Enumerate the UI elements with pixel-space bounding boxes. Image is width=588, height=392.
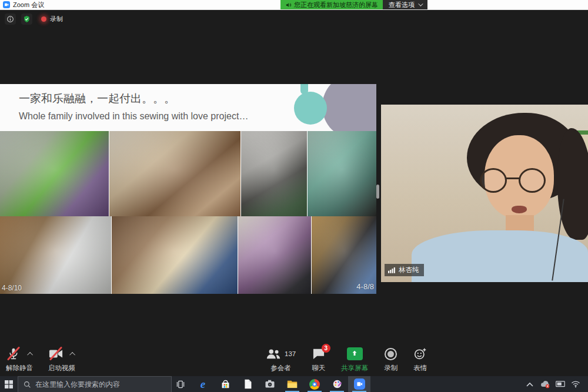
taskbar-app-store[interactable] [214, 376, 236, 392]
glasses-right-lens [519, 168, 546, 193]
speaker-icon [285, 2, 292, 8]
photo-watermark-left: 4-8/10 [2, 284, 22, 292]
chrome-icon [309, 379, 320, 390]
security-shield-button[interactable] [21, 14, 32, 25]
window-title: Zoom 会议 [13, 1, 44, 9]
chat-unread-badge: 3 [322, 344, 330, 353]
participant-video-tile: 林杏纯 [381, 105, 588, 282]
audio-level-icon [388, 267, 396, 273]
glasses-bridge [506, 177, 520, 179]
collage-photo-7 [238, 216, 312, 294]
camera-app-icon [265, 380, 275, 388]
panel-resize-handle[interactable] [376, 185, 379, 199]
chat-label: 聊天 [312, 364, 325, 373]
recording-dot-icon [41, 16, 46, 22]
start-button[interactable] [0, 376, 18, 392]
edge-icon [201, 378, 205, 391]
participants-button[interactable]: 137 参会者 [266, 346, 296, 373]
store-icon [220, 379, 230, 389]
unmute-label: 解除静音 [6, 364, 33, 373]
camera-off-icon [48, 346, 64, 361]
collage-row-2 [0, 216, 376, 294]
participants-label: 参会者 [270, 364, 291, 373]
glasses-left-lens [480, 168, 507, 193]
photo-watermark-right: 4-8/8 [356, 282, 374, 291]
share-screen-label: 共享屏幕 [341, 364, 368, 373]
wifi-icon[interactable] [569, 380, 582, 388]
view-options-label: 查看选项 [389, 1, 415, 9]
reactions-button[interactable]: 表情 [413, 346, 427, 373]
start-video-label: 启动视频 [48, 364, 75, 373]
zoom-meeting-window: Zoom 会议 您正在观看新加坡慈济的屏幕 查看选项 录制 [0, 0, 588, 392]
photo-collage: 4-8/10 4-8/8 [0, 131, 376, 294]
taskbar-apps [192, 376, 370, 392]
tray-chevron-up-icon[interactable] [523, 382, 536, 387]
chevron-down-icon [418, 1, 423, 6]
zoom-taskbar-icon [354, 378, 365, 390]
taskbar-app-paint[interactable] [326, 376, 348, 392]
collage-photo-1 [0, 131, 109, 216]
watching-banner-message: 您正在观看新加坡慈济的屏幕 [280, 0, 383, 9]
record-button[interactable]: 录制 [384, 346, 397, 373]
watching-banner-text: 您正在观看新加坡慈济的屏幕 [294, 1, 378, 9]
toolbar-left-group: 解除静音 启动视频 [6, 346, 75, 373]
reactions-label: 表情 [413, 364, 427, 373]
unmute-button[interactable]: 解除静音 [6, 346, 33, 373]
participant-hair-side [557, 128, 588, 240]
start-video-button[interactable]: 启动视频 [48, 346, 75, 373]
participants-icon [266, 348, 281, 360]
paint-icon [332, 379, 342, 389]
participant-mouth [512, 206, 527, 213]
taskbar-app-camera[interactable] [259, 376, 281, 392]
onedrive-error-icon[interactable] [539, 380, 552, 388]
recording-label: 录制 [50, 15, 63, 24]
collage-photo-5 [0, 216, 112, 294]
view-options-button[interactable]: 查看选项 [383, 0, 427, 9]
slide-decoration-teal-circle [294, 92, 327, 125]
system-tray [523, 376, 588, 392]
search-input[interactable] [35, 380, 166, 388]
record-label: 录制 [384, 364, 397, 373]
display-tray-icon[interactable] [554, 380, 567, 388]
task-view-button[interactable] [172, 376, 189, 392]
record-icon [385, 348, 397, 360]
watching-banner: 您正在观看新加坡慈济的屏幕 查看选项 [280, 0, 427, 9]
search-icon [24, 381, 31, 388]
taskbar-app-edge[interactable] [192, 376, 214, 392]
collage-photo-3 [241, 131, 308, 216]
collage-photo-2 [109, 131, 241, 216]
taskbar-search[interactable] [18, 376, 172, 392]
chat-icon: 3 [312, 348, 325, 360]
collage-photo-4 [308, 131, 376, 216]
participants-count: 137 [285, 350, 296, 357]
document-icon [243, 379, 252, 389]
video-options-chevron-icon[interactable] [69, 351, 75, 357]
slide-title-chinese: 一家和乐融融，一起付出。。。 [19, 91, 175, 106]
toolbar-center-group: 137 参会者 3 聊天 共享屏幕 录制 [266, 346, 427, 373]
taskbar-app-document[interactable] [236, 376, 259, 392]
taskbar-app-chrome[interactable] [303, 376, 326, 392]
taskbar-app-file-explorer[interactable] [281, 376, 303, 392]
recording-indicator: 录制 [41, 15, 63, 24]
microphone-muted-icon [6, 346, 21, 361]
zoom-app-icon [3, 1, 10, 8]
taskbar-app-zoom[interactable] [348, 376, 370, 392]
windows-taskbar [0, 376, 588, 392]
meeting-info-button[interactable] [5, 14, 16, 25]
participant-name: 林杏纯 [399, 266, 419, 274]
audio-options-chevron-icon[interactable] [27, 351, 33, 357]
shared-screen-slide: 一家和乐融融，一起付出。。。 Whole family involved in … [0, 84, 376, 294]
participant-name-tag: 林杏纯 [385, 264, 424, 276]
share-screen-button[interactable]: 共享屏幕 [341, 346, 368, 373]
collage-row-1 [0, 131, 376, 216]
participant-shirt [412, 230, 588, 282]
collage-photo-6 [112, 216, 238, 294]
chat-button[interactable]: 3 聊天 [312, 346, 325, 373]
reactions-icon [414, 347, 427, 360]
slide-header: 一家和乐融融，一起付出。。。 Whole family involved in … [0, 84, 376, 131]
file-explorer-icon [287, 380, 298, 388]
slide-title-english: Whole family involved in this sewing wit… [19, 111, 248, 122]
share-screen-icon [347, 347, 363, 360]
meeting-indicators: 录制 [5, 14, 63, 25]
